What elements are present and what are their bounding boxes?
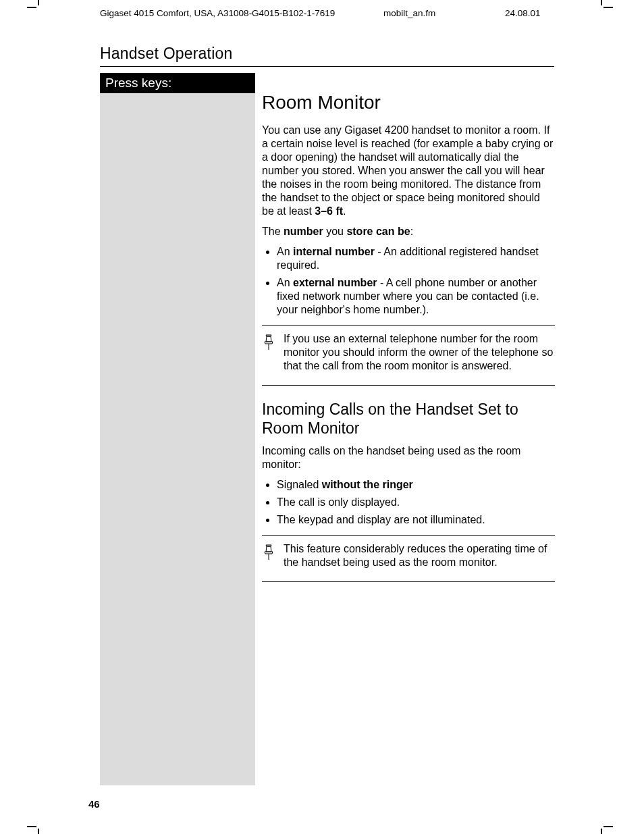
sidebar: Press keys:	[100, 73, 255, 785]
text-bold: without the ringer	[322, 479, 413, 490]
bullet-list-incoming: Signaled without the ringer The call is …	[262, 478, 555, 527]
crop-mark	[597, 822, 606, 831]
note-box: If you use an external telephone number …	[262, 330, 555, 377]
paragraph-number-can-be: The number you store can be:	[262, 225, 555, 238]
text: :	[410, 226, 413, 237]
text: An	[277, 277, 293, 288]
heading-incoming-calls: Incoming Calls on the Handset Set to Roo…	[262, 400, 555, 438]
note-text: This feature considerably reduces the op…	[284, 542, 555, 569]
list-item: Signaled without the ringer	[277, 478, 555, 492]
crop-mark	[34, 822, 43, 831]
note-box: This feature considerably reduces the op…	[262, 540, 555, 573]
text: The keypad and display are not illuminat…	[277, 514, 485, 525]
pushpin-icon	[262, 334, 278, 355]
text: The call is only displayed.	[277, 496, 400, 508]
rule	[262, 325, 555, 325]
paragraph-intro: You can use any Gigaset 4200 handset to …	[262, 124, 555, 218]
text-bold: 3–6 ft	[315, 205, 343, 217]
pushpin-icon	[262, 544, 278, 565]
crop-mark	[597, 3, 606, 12]
crop-mark	[34, 3, 43, 12]
list-item: An internal number - An additional regis…	[277, 245, 555, 272]
text: You can use any Gigaset 4200 handset to …	[262, 124, 553, 217]
text-bold: internal number	[293, 246, 375, 257]
rule	[262, 581, 555, 582]
section-title: Handset Operation	[100, 45, 232, 63]
list-item: An external number - A cell phone number…	[277, 276, 555, 317]
text: The	[262, 226, 284, 237]
text-bold: number	[284, 226, 323, 237]
text: Signaled	[277, 479, 322, 490]
list-item: The keypad and display are not illuminat…	[277, 513, 555, 527]
text: An	[277, 246, 293, 257]
bullet-list-numbers: An internal number - An additional regis…	[262, 245, 555, 317]
text-bold: store can be	[346, 226, 410, 237]
text: .	[343, 205, 346, 217]
list-item: The call is only displayed.	[277, 496, 555, 509]
note-text: If you use an external telephone number …	[284, 332, 555, 373]
header-doc-id: Gigaset 4015 Comfort, USA, A31008-G4015-…	[100, 8, 335, 18]
header-date: 24.08.01	[505, 8, 541, 18]
main-content: Room Monitor You can use any Gigaset 420…	[262, 73, 555, 586]
sidebar-header: Press keys:	[100, 73, 255, 93]
heading-room-monitor: Room Monitor	[262, 90, 555, 114]
header-filename: mobilt_an.fm	[383, 8, 435, 18]
text: you	[323, 226, 347, 237]
rule	[262, 535, 555, 536]
text-bold: external number	[293, 277, 377, 288]
page-number: 46	[88, 798, 100, 810]
page-header: Gigaset 4015 Comfort, USA, A31008-G4015-…	[100, 8, 563, 18]
paragraph-incoming: Incoming calls on the handset being used…	[262, 444, 555, 471]
section-rule	[100, 66, 554, 67]
rule	[262, 385, 555, 386]
